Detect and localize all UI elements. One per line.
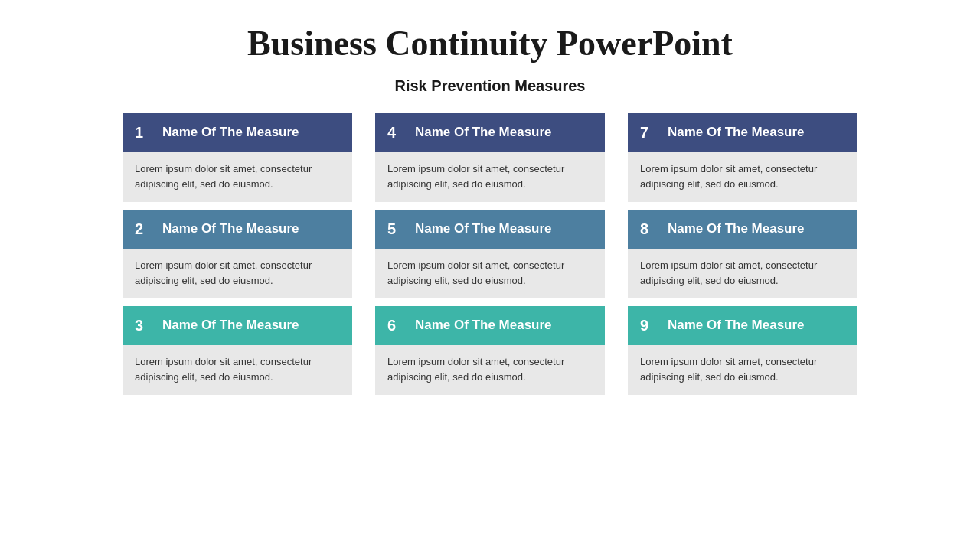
measure-name-6: Name Of The Measure <box>415 318 552 333</box>
measure-desc-1: Lorem ipsum dolor sit amet, consectetur … <box>135 161 340 191</box>
measure-header-7: 7 Name Of The Measure <box>628 113 858 152</box>
measure-number-3: 3 <box>135 317 150 334</box>
measure-block-6: 6 Name Of The Measure Lorem ipsum dolor … <box>375 306 605 395</box>
measure-header-9: 9 Name Of The Measure <box>628 306 858 345</box>
measure-body-3: Lorem ipsum dolor sit amet, consectetur … <box>122 345 352 395</box>
measure-number-6: 6 <box>387 317 403 334</box>
measure-name-1: Name Of The Measure <box>162 125 299 140</box>
measure-block-1: 1 Name Of The Measure Lorem ipsum dolor … <box>122 113 352 202</box>
subtitle: Risk Prevention Measures <box>395 77 586 95</box>
measure-body-1: Lorem ipsum dolor sit amet, consectetur … <box>122 152 352 202</box>
measure-name-3: Name Of The Measure <box>162 318 299 333</box>
measure-body-6: Lorem ipsum dolor sit amet, consectetur … <box>375 345 605 395</box>
measure-header-4: 4 Name Of The Measure <box>375 113 605 152</box>
measure-body-4: Lorem ipsum dolor sit amet, consectetur … <box>375 152 605 202</box>
measure-body-5: Lorem ipsum dolor sit amet, consectetur … <box>375 249 605 298</box>
measure-block-2: 2 Name Of The Measure Lorem ipsum dolor … <box>122 210 352 298</box>
measure-name-8: Name Of The Measure <box>668 221 805 236</box>
measure-desc-6: Lorem ipsum dolor sit amet, consectetur … <box>387 354 593 384</box>
columns-container: 1 Name Of The Measure Lorem ipsum dolor … <box>46 113 934 403</box>
column-1: 1 Name Of The Measure Lorem ipsum dolor … <box>122 113 352 403</box>
measure-body-8: Lorem ipsum dolor sit amet, consectetur … <box>628 249 858 298</box>
measure-name-2: Name Of The Measure <box>162 221 299 236</box>
measure-number-8: 8 <box>640 220 655 238</box>
measure-body-7: Lorem ipsum dolor sit amet, consectetur … <box>628 152 858 202</box>
measure-desc-4: Lorem ipsum dolor sit amet, consectetur … <box>387 161 593 191</box>
measure-header-5: 5 Name Of The Measure <box>375 210 605 249</box>
measure-name-9: Name Of The Measure <box>668 318 805 333</box>
measure-block-9: 9 Name Of The Measure Lorem ipsum dolor … <box>628 306 858 395</box>
column-3: 7 Name Of The Measure Lorem ipsum dolor … <box>628 113 858 403</box>
measure-desc-7: Lorem ipsum dolor sit amet, consectetur … <box>640 161 845 191</box>
measure-number-5: 5 <box>387 220 403 238</box>
measure-block-4: 4 Name Of The Measure Lorem ipsum dolor … <box>375 113 605 202</box>
measure-body-2: Lorem ipsum dolor sit amet, consectetur … <box>122 249 352 298</box>
measure-number-1: 1 <box>135 124 150 142</box>
measure-name-7: Name Of The Measure <box>668 125 805 140</box>
measure-desc-2: Lorem ipsum dolor sit amet, consectetur … <box>135 258 340 288</box>
measure-desc-5: Lorem ipsum dolor sit amet, consectetur … <box>387 258 593 288</box>
measure-header-8: 8 Name Of The Measure <box>628 210 858 249</box>
measure-desc-8: Lorem ipsum dolor sit amet, consectetur … <box>640 258 845 288</box>
measure-desc-9: Lorem ipsum dolor sit amet, consectetur … <box>640 354 845 384</box>
measure-name-5: Name Of The Measure <box>415 221 552 236</box>
measure-number-7: 7 <box>640 124 655 142</box>
measure-header-3: 3 Name Of The Measure <box>122 306 352 345</box>
measure-header-2: 2 Name Of The Measure <box>122 210 352 249</box>
measure-block-7: 7 Name Of The Measure Lorem ipsum dolor … <box>628 113 858 202</box>
measure-name-4: Name Of The Measure <box>415 125 552 140</box>
measure-block-5: 5 Name Of The Measure Lorem ipsum dolor … <box>375 210 605 298</box>
main-title: Business Continuity PowerPoint <box>247 23 733 64</box>
measure-block-3: 3 Name Of The Measure Lorem ipsum dolor … <box>122 306 352 395</box>
column-2: 4 Name Of The Measure Lorem ipsum dolor … <box>375 113 605 403</box>
measure-number-2: 2 <box>135 220 150 238</box>
measure-header-1: 1 Name Of The Measure <box>122 113 352 152</box>
page: Business Continuity PowerPoint Risk Prev… <box>0 0 980 551</box>
measure-desc-3: Lorem ipsum dolor sit amet, consectetur … <box>135 354 340 384</box>
measure-number-9: 9 <box>640 317 655 334</box>
measure-block-8: 8 Name Of The Measure Lorem ipsum dolor … <box>628 210 858 298</box>
measure-body-9: Lorem ipsum dolor sit amet, consectetur … <box>628 345 858 395</box>
measure-number-4: 4 <box>387 124 403 142</box>
measure-header-6: 6 Name Of The Measure <box>375 306 605 345</box>
